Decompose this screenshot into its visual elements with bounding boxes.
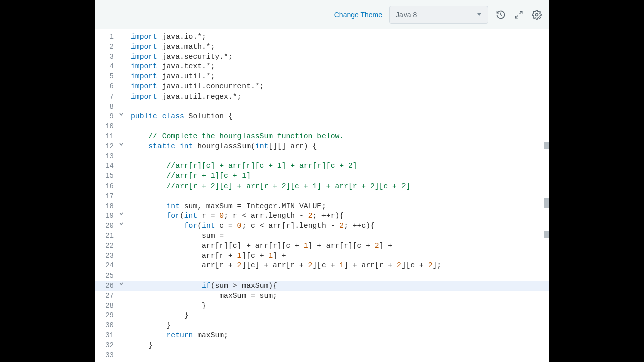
line-number: 14 <box>95 161 118 171</box>
fold-gutter[interactable] <box>118 112 125 117</box>
code-line[interactable]: 11 // Complete the hourglassSum function… <box>95 132 549 142</box>
code-line[interactable]: 13 <box>95 152 549 162</box>
code-line[interactable]: 23 arr[r + 1][c + 1] + <box>95 251 549 261</box>
code-line[interactable]: 31 return maxSum; <box>95 331 549 341</box>
code-line[interactable]: 3import java.security.*; <box>95 52 549 62</box>
line-number: 29 <box>95 311 118 321</box>
code-text: arr[r][c] + arr[r][c + 1] + arr[r][c + 2… <box>130 241 392 251</box>
code-line[interactable]: 29 } <box>95 311 549 321</box>
line-number: 9 <box>95 112 118 122</box>
code-text: //arr[r + 1][c + 1] <box>130 171 251 182</box>
code-line[interactable]: 18 int sum, maxSum = Integer.MIN_VALUE; <box>95 202 549 212</box>
line-number: 32 <box>95 341 118 351</box>
chevron-down-icon <box>119 142 124 147</box>
fullscreen-icon <box>514 10 523 19</box>
code-line[interactable]: 5import java.util.*; <box>95 72 549 82</box>
code-line[interactable]: 8 <box>95 102 549 112</box>
code-text: } <box>130 311 189 321</box>
code-line[interactable]: 20 for(int c = 0; c < arr[r].length - 2;… <box>95 221 549 231</box>
code-line[interactable]: 1import java.io.*; <box>95 32 549 42</box>
code-line[interactable]: 25 <box>95 271 549 281</box>
code-line[interactable]: 9public class Solution { <box>95 112 549 122</box>
code-line[interactable]: 32 } <box>95 341 549 351</box>
fold-gutter[interactable] <box>118 281 125 286</box>
line-number: 27 <box>95 291 118 301</box>
code-line[interactable]: 12 static int hourglassSum(int[][] arr) … <box>95 142 549 152</box>
line-number: 18 <box>95 202 118 212</box>
svg-point-2 <box>536 13 538 16</box>
code-line[interactable]: 19 for(int r = 0; r < arr.length - 2; ++… <box>95 211 549 221</box>
code-line[interactable]: 28 } <box>95 301 549 311</box>
line-number: 1 <box>95 32 118 42</box>
code-line[interactable]: 26 if(sum > maxSum){ <box>95 281 549 291</box>
line-number: 28 <box>95 301 118 311</box>
line-number: 26 <box>95 281 118 291</box>
code-line[interactable]: 22 arr[r][c] + arr[r][c + 1] + arr[r][c … <box>95 241 549 251</box>
code-text: import java.util.concurrent.*; <box>130 82 264 92</box>
fold-gutter[interactable] <box>118 211 125 216</box>
line-number: 30 <box>95 321 118 331</box>
editor-toolbar: Change Theme Java 8 <box>95 0 549 29</box>
line-number: 24 <box>95 261 118 271</box>
code-line[interactable]: 24 arr[r + 2][c] + arr[r + 2][c + 1] + a… <box>95 261 549 271</box>
code-text: int sum, maxSum = Integer.MIN_VALUE; <box>130 202 326 212</box>
code-line[interactable]: 27 maxSum = sum; <box>95 291 549 301</box>
code-text: import java.text.*; <box>130 62 215 72</box>
scroll-marker <box>544 198 549 208</box>
code-text: static int hourglassSum(int[][] arr) { <box>130 142 317 152</box>
chevron-down-icon <box>119 112 124 117</box>
code-line[interactable]: 33 <box>95 351 549 361</box>
code-text: if(sum > maxSum){ <box>130 281 277 291</box>
scroll-marker <box>544 231 549 238</box>
line-number: 10 <box>95 122 118 132</box>
line-number: 31 <box>95 331 118 341</box>
change-theme-link[interactable]: Change Theme <box>334 11 382 19</box>
line-number: 7 <box>95 92 118 102</box>
code-line[interactable]: 4import java.text.*; <box>95 62 549 72</box>
line-number: 25 <box>95 271 118 281</box>
line-number: 6 <box>95 82 118 92</box>
code-text: import java.util.regex.*; <box>130 92 242 102</box>
code-line[interactable]: 30 } <box>95 321 549 331</box>
editor-app: Change Theme Java 8 1import jav <box>95 0 549 362</box>
fold-gutter[interactable] <box>118 221 125 226</box>
line-number: 33 <box>95 351 118 361</box>
code-line[interactable]: 7import java.util.regex.*; <box>95 92 549 102</box>
code-text: import java.io.*; <box>130 32 206 42</box>
line-number: 12 <box>95 142 118 152</box>
code-text: } <box>130 301 206 311</box>
gear-icon <box>532 10 542 20</box>
line-number: 3 <box>95 52 118 62</box>
code-line[interactable]: 16 //arr[r + 2][c] + arr[r + 2][c + 1] +… <box>95 182 549 192</box>
language-selected-value: Java 8 <box>396 11 417 19</box>
line-number: 20 <box>95 221 118 231</box>
svg-line-1 <box>515 15 518 18</box>
settings-button[interactable] <box>531 9 542 20</box>
code-text: for(int c = 0; c < arr[r].length - 2; ++… <box>130 221 375 231</box>
code-text: arr[r + 1][c + 1] + <box>130 251 286 261</box>
fold-gutter[interactable] <box>118 142 125 147</box>
fullscreen-button[interactable] <box>513 9 524 20</box>
code-line[interactable]: 21 sum = <box>95 231 549 241</box>
line-number: 2 <box>95 42 118 52</box>
code-text: for(int r = 0; r < arr.length - 2; ++r){ <box>130 211 344 221</box>
code-line[interactable]: 14 //arr[r][c] + arr[r][c + 1] + arr[r][… <box>95 161 549 171</box>
code-line[interactable]: 10 <box>95 122 549 132</box>
code-text: // Complete the hourglassSum function be… <box>130 132 344 142</box>
code-line[interactable]: 2import java.math.*; <box>95 42 549 52</box>
code-text: maxSum = sum; <box>130 291 277 301</box>
history-icon <box>496 10 506 20</box>
code-line[interactable]: 17 <box>95 192 549 202</box>
line-number: 21 <box>95 231 118 241</box>
line-number: 23 <box>95 251 118 261</box>
code-line[interactable]: 6import java.util.concurrent.*; <box>95 82 549 92</box>
code-editor[interactable]: 1import java.io.*;2import java.math.*;3i… <box>95 29 549 362</box>
history-button[interactable] <box>495 9 506 20</box>
line-number: 22 <box>95 241 118 251</box>
code-text: import java.math.*; <box>130 42 215 52</box>
line-number: 17 <box>95 192 118 202</box>
code-text: } <box>130 341 153 351</box>
language-select[interactable]: Java 8 <box>389 6 488 24</box>
code-text: //arr[r + 2][c] + arr[r + 2][c + 1] + ar… <box>130 182 410 192</box>
code-line[interactable]: 15 //arr[r + 1][c + 1] <box>95 171 549 182</box>
